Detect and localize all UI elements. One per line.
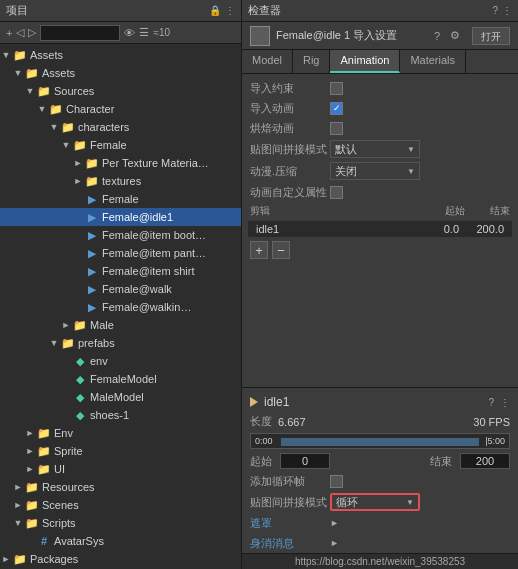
clip-help-icon[interactable]: ? bbox=[488, 397, 494, 408]
tree-item-resources[interactable]: ►📁Resources bbox=[0, 478, 241, 496]
packages-arrow[interactable]: ► bbox=[0, 554, 12, 564]
ui-arrow[interactable]: ► bbox=[24, 464, 36, 474]
tree-item-assets-sub[interactable]: ▼📁Assets bbox=[0, 64, 241, 82]
prefabs-arrow[interactable]: ▼ bbox=[48, 338, 60, 348]
lock-icon[interactable]: 🔒 bbox=[209, 5, 221, 16]
female-walkin-icon: ▶ bbox=[84, 300, 100, 314]
remove-clip-button[interactable]: − bbox=[272, 241, 290, 259]
end-field[interactable] bbox=[460, 453, 510, 469]
open-button[interactable]: 打开 bbox=[472, 27, 510, 45]
arrow-right-icon[interactable]: ▷ bbox=[28, 26, 36, 39]
prop-value-5 bbox=[330, 186, 510, 199]
tree-item-female-shirt[interactable]: ▶Female@item shirt bbox=[0, 262, 241, 280]
panel-header-icons: 🔒 ⋮ bbox=[209, 5, 235, 16]
blend-mode-dropdown[interactable]: 循环 ▼ bbox=[330, 493, 420, 511]
assets-sub-arrow[interactable]: ▼ bbox=[12, 68, 24, 78]
tree-item-ui[interactable]: ►📁UI bbox=[0, 460, 241, 478]
tree-item-env[interactable]: ◆env bbox=[0, 352, 241, 370]
start-field[interactable] bbox=[280, 453, 330, 469]
mask-expand-arrow[interactable]: ► bbox=[330, 518, 339, 528]
tree-item-scripts[interactable]: ▼📁Scripts bbox=[0, 514, 241, 532]
add-icon[interactable]: + bbox=[6, 27, 12, 39]
tree-item-scenes[interactable]: ►📁Scenes bbox=[0, 496, 241, 514]
tree-item-female-idle1[interactable]: ▶Female@idle1 bbox=[0, 208, 241, 226]
curves-expand-arrow[interactable]: ► bbox=[330, 538, 339, 548]
tree-item-assets-root[interactable]: ▼📁Assets bbox=[0, 46, 241, 64]
tree-item-env2[interactable]: ►📁Env bbox=[0, 424, 241, 442]
tree-container[interactable]: ▼📁Assets▼📁Assets▼📁Sources▼📁Character▼📁ch… bbox=[0, 44, 241, 569]
scripts-arrow[interactable]: ▼ bbox=[12, 518, 24, 528]
add-clip-button[interactable]: + bbox=[250, 241, 268, 259]
tree-item-female-model[interactable]: ◆FemaleModel bbox=[0, 370, 241, 388]
prop-checkbox-1[interactable]: ✓ bbox=[330, 102, 343, 115]
tree-item-sources[interactable]: ▼📁Sources bbox=[0, 82, 241, 100]
characters-arrow[interactable]: ▼ bbox=[48, 122, 60, 132]
tab-model[interactable]: Model bbox=[242, 50, 293, 73]
clip-row-0[interactable]: idle1 0.0 200.0 bbox=[248, 221, 512, 237]
sources-arrow[interactable]: ▼ bbox=[24, 86, 36, 96]
sources-icon: 📁 bbox=[36, 84, 52, 98]
sprite-arrow[interactable]: ► bbox=[24, 446, 36, 456]
assets-root-icon: 📁 bbox=[12, 48, 28, 62]
eye-icon[interactable]: 👁 bbox=[124, 27, 135, 39]
female-walk-icon: ▶ bbox=[84, 282, 100, 296]
prop-dropdown-3[interactable]: 默认▼ bbox=[330, 140, 420, 158]
packages-icon: 📁 bbox=[12, 552, 28, 566]
tree-item-female-walk[interactable]: ▶Female@walk bbox=[0, 280, 241, 298]
tree-item-textures[interactable]: ►📁textures bbox=[0, 172, 241, 190]
prop-dropdown-4[interactable]: 关闭▼ bbox=[330, 162, 420, 180]
assets-root-label: Assets bbox=[30, 49, 63, 61]
tree-item-shoes-1[interactable]: ◆shoes-1 bbox=[0, 406, 241, 424]
help-icon[interactable]: ? bbox=[492, 5, 498, 16]
tree-item-prefabs[interactable]: ▼📁prefabs bbox=[0, 334, 241, 352]
search-input[interactable] bbox=[40, 25, 120, 41]
female-walkin-label: Female@walkin… bbox=[102, 301, 191, 313]
scenes-arrow[interactable]: ► bbox=[12, 500, 24, 510]
tab-rig[interactable]: Rig bbox=[293, 50, 331, 73]
inspector-help-icon[interactable]: ? bbox=[434, 30, 440, 42]
timeline-bar[interactable]: 0:00 |5:00 bbox=[250, 433, 510, 449]
tree-item-female-boot[interactable]: ▶Female@item boot… bbox=[0, 226, 241, 244]
tab-materials[interactable]: Materials bbox=[400, 50, 466, 73]
per-texture-arrow[interactable]: ► bbox=[72, 158, 84, 168]
tree-item-sprite[interactable]: ►📁Sprite bbox=[0, 442, 241, 460]
prop-checkbox-0[interactable] bbox=[330, 82, 343, 95]
assets-root-arrow[interactable]: ▼ bbox=[0, 50, 12, 60]
loop-frames-value bbox=[330, 475, 510, 488]
tree-item-female-anim[interactable]: ▶Female bbox=[0, 190, 241, 208]
tree-item-female[interactable]: ▼📁Female bbox=[0, 136, 241, 154]
female-arrow[interactable]: ▼ bbox=[60, 140, 72, 150]
prop-checkbox-2[interactable] bbox=[330, 122, 343, 135]
tree-item-character[interactable]: ▼📁Character bbox=[0, 100, 241, 118]
tree-item-characters[interactable]: ▼📁characters bbox=[0, 118, 241, 136]
textures-arrow[interactable]: ► bbox=[72, 176, 84, 186]
tree-item-avatarsys[interactable]: #AvatarSys bbox=[0, 532, 241, 550]
tree-item-packages[interactable]: ►📁Packages bbox=[0, 550, 241, 568]
tree-item-female-pants[interactable]: ▶Female@item pant… bbox=[0, 244, 241, 262]
prop-checkbox-5[interactable] bbox=[330, 186, 343, 199]
url-text: https://blog.csdn.net/weixin_39538253 bbox=[295, 556, 465, 567]
male-arrow[interactable]: ► bbox=[60, 320, 72, 330]
arrow-left-icon[interactable]: ◁ bbox=[16, 26, 24, 39]
character-arrow[interactable]: ▼ bbox=[36, 104, 48, 114]
tree-item-male[interactable]: ►📁Male bbox=[0, 316, 241, 334]
curves-label: 身消消息 bbox=[250, 536, 330, 551]
inspector-gear-icon[interactable]: ⚙ bbox=[450, 29, 460, 42]
settings-icon[interactable]: ⋮ bbox=[502, 5, 512, 16]
female-boot-label: Female@item boot… bbox=[102, 229, 206, 241]
tree-item-per-texture[interactable]: ►📁Per Texture Materia… bbox=[0, 154, 241, 172]
tree-item-female-walkin[interactable]: ▶Female@walkin… bbox=[0, 298, 241, 316]
loop-frames-checkbox[interactable] bbox=[330, 475, 343, 488]
env2-arrow[interactable]: ► bbox=[24, 428, 36, 438]
clip-more-icon[interactable]: ⋮ bbox=[500, 397, 510, 408]
filter-icon[interactable]: ☰ bbox=[139, 26, 149, 39]
mask-label: 遮罩 bbox=[250, 516, 330, 531]
resources-arrow[interactable]: ► bbox=[12, 482, 24, 492]
inspector-title-row: Female@idle 1 导入设置 ? ⚙ 打开 bbox=[242, 22, 518, 50]
textures-label: textures bbox=[102, 175, 141, 187]
tree-item-male-model[interactable]: ◆MaleModel bbox=[0, 388, 241, 406]
toolbar-row: + ◁ ▷ 👁 ☰ ≈10 bbox=[0, 22, 241, 44]
tab-animation[interactable]: Animation bbox=[330, 50, 400, 73]
per-texture-icon: 📁 bbox=[84, 156, 100, 170]
more-icon[interactable]: ⋮ bbox=[225, 5, 235, 16]
